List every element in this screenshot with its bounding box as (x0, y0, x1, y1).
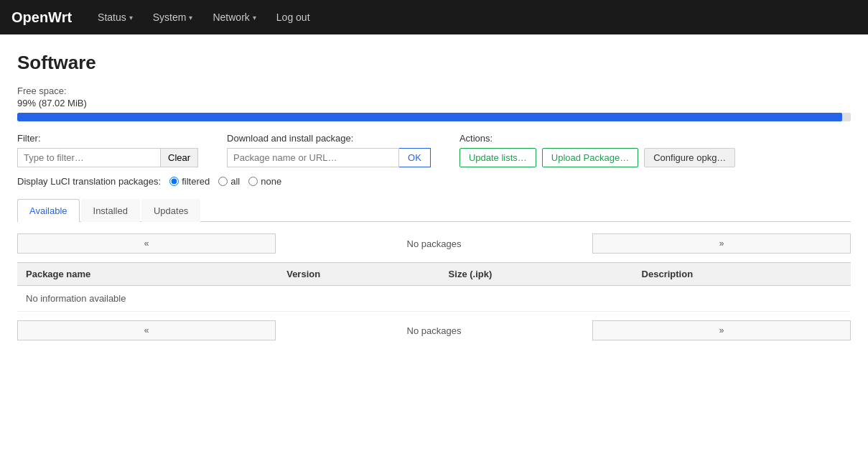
actions-group: Actions: Update lists… Upload Package… C… (459, 133, 736, 167)
translation-all-label[interactable]: all (218, 176, 240, 187)
translation-label: Display LuCI translation packages: (17, 176, 161, 187)
nav-label-status: Status (98, 11, 126, 23)
table-body: No information available (17, 286, 851, 312)
translation-filtered-radio[interactable] (169, 177, 179, 186)
nav-link-system[interactable]: System ▾ (144, 1, 202, 33)
download-label: Download and install package: (227, 133, 431, 144)
col-version: Version (278, 263, 439, 286)
free-space-value: 99% (87.02 MiB) (17, 98, 851, 108)
download-group: Download and install package: OK (227, 133, 431, 167)
progress-bar-fill (17, 113, 842, 121)
table-row-no-info: No information available (17, 286, 851, 312)
package-url-input[interactable] (227, 148, 399, 167)
col-size: Size (.ipk) (440, 263, 633, 286)
actions-label: Actions: (459, 133, 736, 144)
filter-input-group: Clear (17, 148, 198, 167)
package-table: Package name Version Size (.ipk) Descrip… (17, 262, 851, 312)
no-info-text: No information available (17, 286, 851, 312)
nav-item-network: Network ▾ (204, 1, 264, 33)
tabs: Available Installed Updates (17, 198, 851, 222)
nav-menu: Status ▾ System ▾ Network ▾ Log out (89, 1, 318, 33)
nav-link-logout[interactable]: Log out (268, 1, 319, 33)
prev-page-button-top[interactable]: « (17, 233, 276, 254)
main-content: Software Free space: 99% (87.02 MiB) Fil… (0, 34, 868, 366)
navbar: OpenWrt Status ▾ System ▾ Network ▾ Log … (0, 0, 868, 34)
pagination-top: « No packages » (17, 233, 851, 254)
upload-package-button[interactable]: Upload Package… (542, 148, 638, 167)
filter-input[interactable] (17, 148, 161, 167)
chevron-down-icon: ▾ (253, 14, 256, 22)
free-space-progress-bar (17, 113, 851, 121)
nav-item-status: Status ▾ (89, 1, 141, 33)
update-lists-button[interactable]: Update lists… (459, 148, 536, 167)
translation-filtered-text: filtered (182, 176, 210, 187)
nav-label-system: System (153, 11, 187, 23)
translation-all-text: all (230, 176, 240, 187)
chevron-down-icon: ▾ (129, 14, 133, 22)
translation-row: Display LuCI translation packages: filte… (17, 176, 851, 187)
prev-page-button-bottom[interactable]: « (17, 320, 276, 340)
chevron-down-icon: ▾ (189, 14, 192, 22)
nav-item-logout: Log out (268, 1, 319, 33)
nav-link-network[interactable]: Network ▾ (204, 1, 264, 33)
translation-none-text: none (261, 176, 281, 187)
pagination-bottom: « No packages » (17, 320, 851, 340)
page-title: Software (17, 52, 851, 74)
next-page-button-top[interactable]: » (592, 233, 851, 254)
tab-installed[interactable]: Installed (81, 199, 140, 222)
tab-updates[interactable]: Updates (141, 199, 200, 222)
nav-link-status[interactable]: Status ▾ (89, 1, 141, 33)
filter-group: Filter: Clear (17, 133, 198, 167)
download-input-group: OK (227, 148, 431, 167)
table-header-row: Package name Version Size (.ipk) Descrip… (17, 263, 851, 286)
translation-none-radio[interactable] (248, 177, 258, 186)
controls-row: Filter: Clear Download and install packa… (17, 133, 851, 167)
translation-none-label[interactable]: none (248, 176, 281, 187)
no-packages-text-bottom: No packages (276, 325, 592, 336)
col-description: Description (633, 263, 851, 286)
ok-button[interactable]: OK (399, 148, 431, 167)
clear-button[interactable]: Clear (161, 148, 198, 167)
col-package-name: Package name (17, 263, 278, 286)
filter-label: Filter: (17, 133, 198, 144)
translation-all-radio[interactable] (218, 177, 228, 186)
brand-logo[interactable]: OpenWrt (11, 9, 72, 26)
free-space-label: Free space: (17, 85, 851, 96)
nav-label-network: Network (213, 11, 249, 23)
tab-available[interactable]: Available (17, 199, 80, 222)
actions-buttons: Update lists… Upload Package… Configure … (459, 148, 736, 167)
nav-item-system: System ▾ (144, 1, 202, 33)
no-packages-text-top: No packages (276, 238, 592, 249)
table-header: Package name Version Size (.ipk) Descrip… (17, 263, 851, 286)
translation-filtered-label[interactable]: filtered (169, 176, 210, 187)
configure-opkg-button[interactable]: Configure opkg… (644, 148, 735, 167)
next-page-button-bottom[interactable]: » (592, 320, 851, 340)
nav-label-logout: Log out (276, 11, 310, 23)
